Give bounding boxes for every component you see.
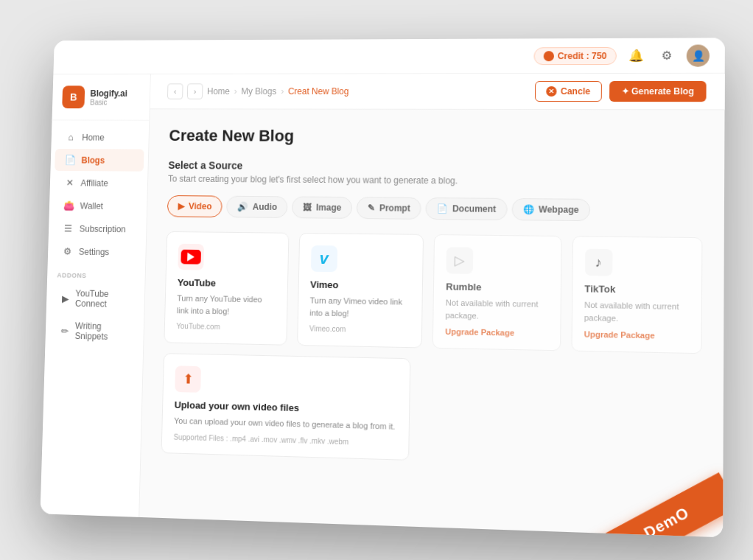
subscription-icon: ☰ (63, 223, 74, 234)
tab-image[interactable]: 🖼 Image (292, 196, 352, 218)
header-actions: ✕ Cancle ✦ Generate Blog (535, 81, 706, 102)
tiktok-card-title: TikTok (584, 283, 689, 296)
webpage-tab-icon: 🌐 (523, 204, 534, 214)
breadcrumb-sep2: › (281, 86, 284, 97)
source-card-vimeo[interactable]: v Vimeo Turn any Vimeo video link into a… (297, 233, 424, 349)
content-area: ‹ › Home › My Blogs › Creat New Blog ✕ C… (139, 74, 725, 538)
sidebar-item-settings[interactable]: ⚙ Settings (52, 240, 141, 264)
source-section-desc: To start creating your blog let's first … (168, 174, 703, 188)
source-card-youtube[interactable]: YouTube Turn any YouTube video link into… (164, 231, 289, 346)
tab-video[interactable]: ▶ Video (167, 195, 223, 217)
vimeo-card-domain: Vimeo.com (309, 324, 410, 335)
wallet-icon: 👛 (63, 200, 75, 211)
content-header: ‹ › Home › My Blogs › Creat New Blog ✕ C… (150, 74, 725, 111)
video-tab-icon: ▶ (178, 201, 184, 211)
brand-logo: B (62, 85, 85, 108)
tab-audio-label: Audio (253, 202, 278, 212)
main-layout: B Blogify.ai Basic ⌂ Home 📄 Blogs ✕ Affi… (41, 74, 725, 538)
rumble-card-title: Rumble (446, 281, 548, 293)
upload-card-desc: You can upload your own video files to g… (174, 415, 397, 433)
back-arrow[interactable]: ‹ (167, 83, 183, 99)
source-card-tiktok[interactable]: ♪ TikTok Not available with current pack… (571, 236, 702, 354)
breadcrumb-nav: ‹ › Home › My Blogs › Creat New Blog (167, 83, 349, 99)
youtube-logo (178, 244, 204, 270)
top-bar: Credit : 750 🔔 ⚙ 👤 (53, 38, 725, 74)
notification-icon[interactable]: 🔔 (626, 45, 647, 66)
tab-webpage[interactable]: 🌐 Webpage (511, 198, 590, 221)
youtube-card-title: YouTube (178, 277, 276, 290)
generate-button[interactable]: ✦ Generate Blog (609, 81, 707, 102)
yt-triangle (187, 253, 195, 262)
rumble-icon: ▷ (455, 252, 465, 268)
audio-tab-icon: 🔊 (237, 202, 248, 212)
upload-card-title: Upload your own video files (175, 399, 398, 416)
cancel-label: Cancle (561, 86, 590, 97)
rumble-card-desc: Not available with current package. (445, 297, 547, 323)
coin-icon (543, 51, 553, 61)
page-content: Create New Blog Select a Source To start… (139, 109, 724, 537)
tab-image-label: Image (316, 203, 342, 213)
image-tab-icon: 🖼 (303, 202, 312, 212)
sidebar-item-label: Blogs (81, 155, 105, 165)
upload-icon: ⬆ (183, 371, 194, 387)
writing-snippets-icon: ✏ (60, 325, 70, 336)
tiktok-upgrade-link[interactable]: Upgrade Package (584, 329, 689, 340)
tab-prompt[interactable]: ✎ Prompt (357, 197, 421, 220)
tiktok-card-desc: Not available with current package. (584, 299, 689, 326)
tab-video-label: Video (189, 201, 212, 211)
youtube-icon (181, 250, 201, 265)
sidebar-item-label: Writing Snippets (75, 321, 130, 342)
brand-text: Blogify.ai Basic (90, 88, 127, 106)
source-card-rumble[interactable]: ▷ Rumble Not available with current pack… (432, 234, 561, 351)
sidebar-item-label: YouTube Connect (75, 288, 130, 309)
sidebar-item-youtube-connect[interactable]: ▶ YouTube Connect (50, 282, 140, 315)
settings-icon[interactable]: ⚙ (656, 45, 677, 66)
breadcrumb-sep1: › (234, 86, 237, 97)
breadcrumb-myblogs: My Blogs (241, 86, 276, 97)
youtube-connect-icon: ▶ (60, 293, 70, 304)
rumble-upgrade-link[interactable]: Upgrade Package (445, 327, 547, 338)
avatar[interactable]: 👤 (687, 44, 710, 66)
sidebar-item-subscription[interactable]: ☰ Subscription (52, 217, 142, 241)
prompt-tab-icon: ✎ (368, 203, 375, 213)
generate-label: ✦ Generate Blog (621, 86, 694, 97)
home-icon: ⌂ (65, 132, 77, 143)
gear-icon: ⚙ (62, 246, 74, 257)
vimeo-logo: v (310, 245, 337, 272)
source-cards-grid: YouTube Turn any YouTube video link into… (164, 231, 702, 354)
tab-audio[interactable]: 🔊 Audio (226, 196, 288, 218)
tab-webpage-label: Webpage (539, 204, 579, 215)
sidebar-item-label: Subscription (80, 223, 126, 234)
tiktok-logo: ♪ (584, 249, 612, 276)
sidebar-item-affiliate[interactable]: ✕ Affiliate (54, 172, 144, 195)
source-card-upload[interactable]: ⬆ Upload your own video files You can up… (161, 353, 411, 460)
rumble-logo: ▷ (446, 247, 473, 274)
sidebar-item-label: Wallet (80, 200, 103, 211)
youtube-card-domain: YouTube.com (176, 322, 274, 332)
document-tab-icon: 📄 (437, 203, 448, 214)
source-section-title: Select a Source (168, 159, 703, 174)
blogs-icon: 📄 (65, 155, 77, 166)
credit-label: Credit : 750 (558, 50, 607, 60)
sidebar-item-blogs[interactable]: 📄 Blogs (55, 149, 144, 172)
sidebar-item-label: Settings (79, 246, 110, 256)
tab-document[interactable]: 📄 Document (426, 197, 508, 220)
forward-arrow[interactable]: › (187, 83, 203, 99)
breadcrumb: Home › My Blogs › Creat New Blog (207, 86, 349, 97)
credit-badge: Credit : 750 (533, 46, 617, 64)
upload-card-wrapper: ⬆ Upload your own video files You can up… (161, 353, 411, 460)
page-title: Create New Blog (169, 127, 703, 147)
source-tabs: ▶ Video 🔊 Audio 🖼 Image ✎ Prompt (167, 195, 703, 223)
sidebar: B Blogify.ai Basic ⌂ Home 📄 Blogs ✕ Affi… (41, 74, 151, 517)
sidebar-item-home[interactable]: ⌂ Home (55, 126, 144, 148)
sidebar-item-writing-snippets[interactable]: ✏ Writing Snippets (49, 315, 140, 349)
addons-label: ADDONS (47, 263, 145, 283)
sidebar-item-label: Affiliate (80, 178, 108, 188)
breadcrumb-current: Creat New Blog (288, 86, 349, 97)
tab-document-label: Document (452, 203, 496, 214)
vimeo-card-title: Vimeo (310, 279, 410, 292)
sidebar-item-wallet[interactable]: 👛 Wallet (53, 195, 143, 217)
brand-name: Blogify.ai (90, 88, 127, 99)
cancel-button[interactable]: ✕ Cancle (535, 81, 601, 102)
sidebar-brand: B Blogify.ai Basic (52, 85, 150, 120)
